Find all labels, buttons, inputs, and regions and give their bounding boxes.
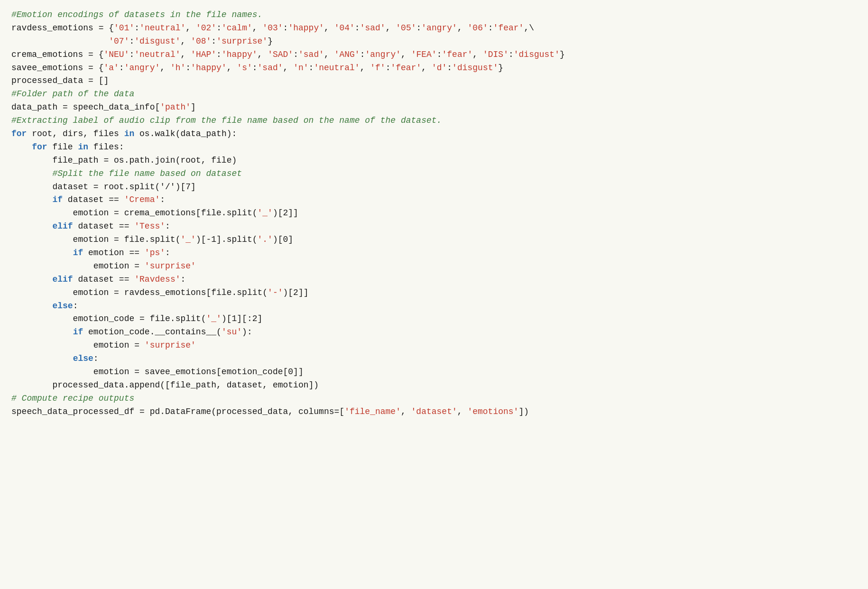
normal-text: emotion =: [11, 341, 145, 350]
normal-text: ,: [160, 63, 170, 73]
string-text: '_': [257, 208, 272, 218]
string-text: 'disgust': [134, 37, 180, 46]
normal-text: )[-1].split(: [196, 235, 258, 244]
keyword-text: elif: [52, 221, 73, 231]
string-text: '.': [258, 235, 273, 244]
code-line: #Extracting label of audio clip from the…: [11, 114, 857, 128]
normal-text: :: [447, 63, 452, 73]
string-text: 'Crema': [124, 195, 160, 204]
keyword-text: else: [52, 301, 73, 311]
string-text: 'SAD': [268, 50, 293, 59]
code-line: elif dataset == 'Tess':: [11, 220, 857, 233]
normal-text: :: [180, 275, 185, 284]
string-text: 'NEU': [103, 50, 129, 59]
code-line: #Split the file name based on dataset: [11, 167, 857, 181]
normal-text: [11, 221, 52, 231]
string-text: 'emotions': [467, 407, 518, 416]
normal-text: :: [252, 63, 258, 73]
string-text: 'calm': [222, 23, 252, 33]
code-line: file_path = os.path.join(root, file): [11, 154, 857, 167]
normal-text: [11, 301, 52, 311]
normal-text: file_path = os.path.join(root, file): [11, 156, 237, 165]
normal-text: ,\: [524, 23, 534, 33]
normal-text: dataset ==: [73, 221, 135, 231]
normal-text: )[1][:2]: [222, 314, 262, 323]
comment-text: # Compute recipe outputs: [11, 394, 134, 403]
keyword-text: else: [73, 354, 93, 363]
normal-text: ):: [242, 327, 252, 337]
normal-text: :: [185, 63, 191, 73]
normal-text: )[2]]: [273, 208, 298, 218]
normal-text: ,: [185, 23, 196, 33]
string-text: 'happy': [191, 63, 227, 73]
code-line: processed_data.append([file_path, datase…: [11, 379, 857, 392]
keyword-text: if: [73, 327, 83, 337]
normal-text: ,: [324, 23, 334, 33]
code-line: if dataset == 'Crema':: [11, 193, 857, 207]
code-line: emotion = crema_emotions[file.split('_')…: [11, 207, 857, 220]
keyword-text: in: [78, 142, 88, 152]
normal-text: ,: [252, 23, 263, 33]
code-line: data_path = speech_data_info['path']: [11, 101, 857, 114]
normal-text: dataset ==: [63, 195, 124, 204]
string-text: 'happy': [288, 23, 324, 33]
string-text: 'h': [170, 63, 185, 73]
string-text: '03': [262, 23, 283, 33]
normal-text: savee_emotions = {: [11, 63, 103, 73]
normal-text: }: [268, 37, 273, 46]
normal-text: ,: [227, 63, 237, 73]
normal-text: ,: [472, 50, 483, 59]
code-line: ravdess_emotions = {'01':'neutral', '02'…: [11, 22, 857, 35]
normal-text: ]): [518, 407, 529, 416]
normal-text: data_path = speech_data_info[: [11, 102, 160, 112]
code-line: if emotion_code.__contains__('su'):: [11, 326, 857, 339]
string-text: '_': [180, 235, 195, 244]
keyword-text: in: [124, 129, 135, 138]
string-text: 'ps': [145, 248, 165, 258]
normal-text: )[0]: [273, 235, 293, 244]
normal-text: ,: [258, 50, 268, 59]
code-line: dataset = root.split('/')[7]: [11, 181, 857, 194]
normal-text: root, dirs, files: [27, 129, 124, 138]
comment-text: #Emotion encodings of datasets in the fi…: [11, 10, 262, 19]
normal-text: :: [165, 248, 170, 258]
code-line: else:: [11, 300, 857, 313]
normal-text: file: [47, 142, 78, 152]
string-text: 'ANG': [334, 50, 360, 59]
code-line: #Folder path of the data: [11, 88, 857, 101]
code-line: emotion_code = file.split('_')[1][:2]: [11, 313, 857, 326]
normal-text: crema_emotions = {: [11, 50, 103, 59]
string-text: 'disgust': [452, 63, 498, 73]
string-text: 'file_name': [344, 407, 401, 416]
string-text: 'f': [370, 63, 385, 73]
normal-text: [11, 248, 73, 258]
comment-text: #Folder path of the data: [11, 89, 134, 99]
normal-text: processed_data.append([file_path, datase…: [11, 380, 319, 390]
string-text: 'FEA': [411, 50, 437, 59]
string-text: 'neutral': [314, 63, 360, 73]
code-line: emotion = savee_emotions[emotion_code[0]…: [11, 366, 857, 379]
string-text: 's': [237, 63, 252, 73]
string-text: '_': [206, 314, 221, 323]
normal-text: files:: [88, 142, 124, 152]
normal-text: :: [93, 354, 99, 363]
string-text: 'angry': [421, 23, 457, 33]
normal-text: :: [437, 50, 442, 59]
normal-text: ,: [360, 63, 370, 73]
code-line: # Compute recipe outputs: [11, 392, 857, 405]
string-text: '05': [396, 23, 416, 33]
normal-text: [11, 37, 109, 46]
normal-text: ,: [401, 50, 411, 59]
string-text: 'n': [293, 63, 308, 73]
normal-text: [11, 142, 32, 152]
code-line: speech_data_processed_df = pd.DataFrame(…: [11, 405, 857, 419]
normal-text: processed_data = []: [11, 76, 109, 85]
string-text: 'angry': [124, 63, 160, 73]
string-text: 'disgust': [514, 50, 560, 59]
string-text: '-': [268, 288, 283, 297]
normal-text: emotion =: [11, 261, 145, 271]
normal-text: emotion ==: [83, 248, 145, 258]
code-line: emotion = ravdess_emotions[file.split('-…: [11, 286, 857, 300]
string-text: '04': [334, 23, 355, 33]
string-text: 'happy': [222, 50, 258, 59]
